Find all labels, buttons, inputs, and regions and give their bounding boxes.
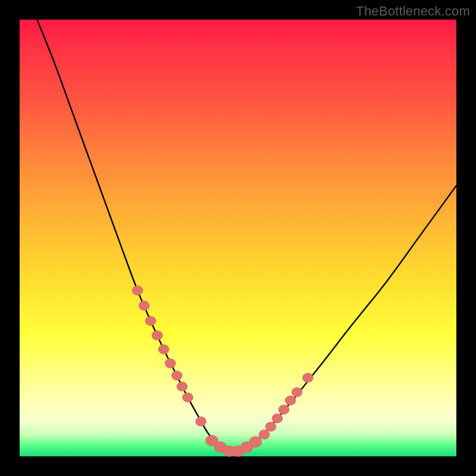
curve-layer: [20, 20, 456, 456]
watermark-text: TheBottleneck.com: [356, 4, 470, 19]
bead-cluster: [132, 286, 313, 456]
bead: [177, 382, 187, 392]
bead: [265, 422, 276, 431]
plot-area: [20, 20, 456, 456]
bead: [183, 393, 193, 402]
bead: [145, 317, 156, 326]
bead: [152, 331, 162, 340]
bead: [302, 373, 313, 383]
bead: [132, 286, 143, 295]
bead: [272, 414, 283, 423]
bead: [249, 437, 262, 447]
bead: [158, 345, 169, 354]
bead: [285, 396, 296, 405]
bead: [259, 430, 270, 439]
outer-frame: TheBottleneck.com: [0, 0, 476, 476]
bottleneck-curve: [37, 20, 456, 452]
bead: [139, 301, 149, 311]
bead: [171, 371, 182, 380]
bead: [278, 405, 289, 415]
bead: [196, 416, 206, 426]
bead: [165, 359, 176, 368]
bead: [292, 387, 302, 397]
